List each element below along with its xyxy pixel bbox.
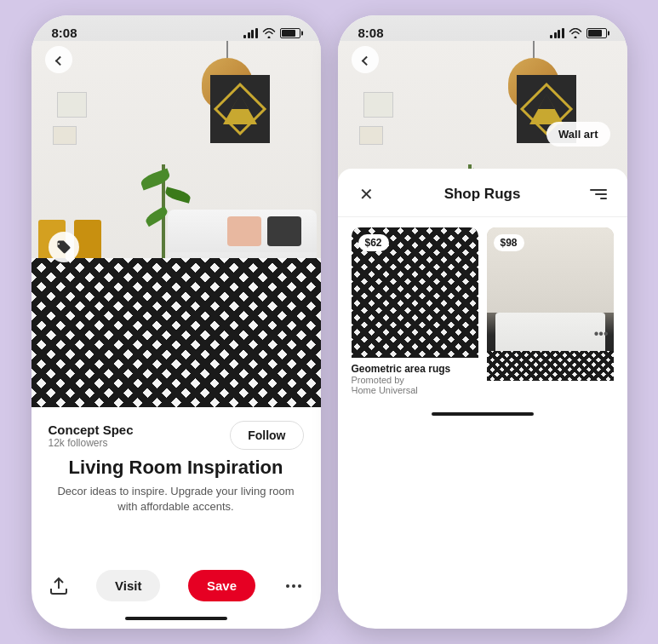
small-frame-1r: [363, 92, 393, 118]
signal-icon: [243, 28, 258, 38]
product-card-2[interactable]: $98 •••: [487, 227, 614, 397]
room-image-right: Wall art Chairs Coffee Tables Planters R…: [338, 15, 627, 407]
product-more-button[interactable]: •••: [594, 326, 609, 342]
share-button[interactable]: [49, 576, 69, 596]
save-button[interactable]: Save: [188, 570, 255, 601]
product-info-1: Geometric area rugs Promoted by Home Uni…: [352, 358, 478, 397]
more-icon: [283, 576, 304, 596]
shop-close-button[interactable]: ✕: [355, 182, 379, 206]
product-price-1: $62: [358, 234, 389, 251]
status-icons-right: [550, 28, 607, 38]
profile-info: Concept Spec 12k followers: [49, 423, 134, 449]
svg-point-3: [298, 584, 301, 588]
shop-header: ✕ Shop Rugs: [338, 169, 627, 217]
product-card-1[interactable]: $62 Geometric area rugs Promoted by Home…: [352, 227, 478, 397]
wifi-icon: [262, 28, 276, 38]
product-image-1: $62: [352, 227, 478, 358]
shop-panel: ✕ Shop Rugs $62: [338, 169, 627, 407]
small-frame-2: [53, 126, 77, 145]
profile-followers: 12k followers: [49, 437, 134, 449]
svg-point-1: [286, 584, 289, 588]
rug: [31, 258, 321, 407]
small-frame-2r: [359, 126, 383, 145]
status-bar-right: 8:08: [338, 15, 627, 43]
battery-icon: [280, 28, 300, 38]
battery-icon-right: [586, 28, 607, 38]
visit-button[interactable]: Visit: [96, 570, 160, 601]
profile-row: Concept Spec 12k followers Follow: [49, 421, 304, 450]
status-icons-left: [243, 28, 300, 38]
shop-filter-button[interactable]: [586, 182, 610, 206]
wall-art-piece: [210, 75, 270, 143]
back-button-left[interactable]: [45, 46, 72, 73]
status-bar-left: 8:08: [31, 15, 321, 43]
product-info-2: [487, 390, 614, 397]
product-price-2: $98: [494, 234, 524, 251]
product-promo-1: Promoted by Home Universal: [352, 375, 478, 395]
tag-icon: [56, 239, 72, 255]
pin-description: Decor ideas to inspire. Upgrade your liv…: [49, 484, 304, 515]
svg-point-2: [292, 584, 295, 588]
signal-icon-right: [550, 28, 564, 38]
back-chevron-icon: [54, 56, 64, 66]
bottom-content-left: Concept Spec 12k followers Follow Living…: [31, 407, 321, 612]
product-name-1: Geometric area rugs: [352, 363, 478, 375]
status-time-left: 8:08: [52, 26, 77, 40]
product-image-2: $98: [487, 227, 614, 390]
back-button-right[interactable]: [352, 46, 379, 73]
more-button[interactable]: [283, 576, 304, 596]
pin-title: Living Room Inspiration: [49, 457, 304, 479]
filter-icon: [590, 189, 607, 199]
profile-name: Concept Spec: [49, 423, 134, 437]
tag-icon-button[interactable]: [49, 232, 79, 262]
upload-icon: [49, 576, 69, 596]
tag-wall-art[interactable]: Wall art: [546, 122, 609, 147]
status-time-right: 8:08: [358, 26, 384, 40]
wifi-icon-right: [569, 28, 582, 38]
follow-button[interactable]: Follow: [230, 421, 303, 450]
back-chevron-icon-right: [361, 56, 370, 66]
small-frame-1: [57, 92, 87, 118]
shop-products: $62 Geometric area rugs Promoted by Home…: [338, 217, 627, 407]
shop-title: Shop Rugs: [444, 186, 521, 203]
right-phone: 8:08: [338, 15, 627, 629]
room-image-left: [31, 15, 321, 407]
left-phone: 8:08: [31, 15, 321, 629]
home-indicator-right: [432, 412, 534, 416]
home-indicator-left: [125, 617, 227, 620]
action-row: Visit Save: [49, 570, 304, 601]
